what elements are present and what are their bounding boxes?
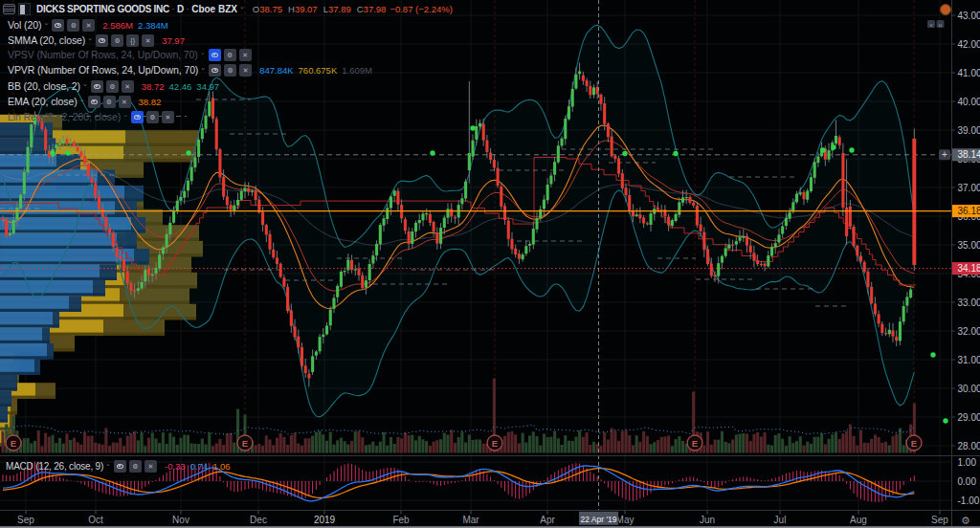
svg-text:Dec: Dec xyxy=(250,515,267,525)
svg-text:34.18: 34.18 xyxy=(958,263,980,274)
svg-text:Aug: Aug xyxy=(850,515,867,525)
svg-text:33.00: 33.00 xyxy=(958,297,980,308)
svg-text:v: v xyxy=(930,22,933,28)
svg-text:Feb: Feb xyxy=(392,515,410,525)
svg-text:May: May xyxy=(616,515,635,525)
svg-text:Nov: Nov xyxy=(172,515,189,525)
svg-text:32.00: 32.00 xyxy=(958,326,980,337)
svg-text:41.00: 41.00 xyxy=(958,68,980,78)
svg-text:1.00: 1.00 xyxy=(958,457,977,468)
svg-text:29.00: 29.00 xyxy=(958,412,980,423)
svg-text:E: E xyxy=(11,438,16,449)
svg-text:+: + xyxy=(942,149,947,160)
svg-text:31.00: 31.00 xyxy=(958,355,980,365)
svg-text:22 Apr '19: 22 Apr '19 xyxy=(580,515,616,524)
svg-text:2019: 2019 xyxy=(314,515,336,525)
svg-text:28.00: 28.00 xyxy=(958,441,980,451)
svg-text:Jul: Jul xyxy=(774,515,787,525)
svg-text:43.00: 43.00 xyxy=(958,11,980,21)
svg-text:38.14: 38.14 xyxy=(958,149,980,160)
svg-text:Mar: Mar xyxy=(462,515,479,525)
svg-text:Oct: Oct xyxy=(88,515,103,525)
svg-text:0.00: 0.00 xyxy=(958,476,977,487)
svg-text:42.00: 42.00 xyxy=(958,39,980,50)
svg-text:E: E xyxy=(492,438,498,449)
svg-text:E: E xyxy=(911,438,917,449)
svg-text:E: E xyxy=(242,438,248,449)
svg-text:E: E xyxy=(692,438,698,449)
svg-text:37.00: 37.00 xyxy=(958,183,980,193)
svg-text:40.00: 40.00 xyxy=(958,97,980,107)
svg-text:35.00: 35.00 xyxy=(958,240,980,251)
svg-text:30.00: 30.00 xyxy=(958,384,980,394)
svg-text:Apr: Apr xyxy=(540,515,555,525)
svg-text:39.00: 39.00 xyxy=(958,125,980,136)
svg-text:-1.00: -1.00 xyxy=(958,495,980,506)
svg-text:⚙: ⚙ xyxy=(961,515,970,526)
svg-text:36.18: 36.18 xyxy=(958,206,980,216)
svg-text:Sep: Sep xyxy=(931,515,948,525)
svg-text:Jun: Jun xyxy=(700,515,715,525)
svg-text:Sep: Sep xyxy=(17,515,34,525)
